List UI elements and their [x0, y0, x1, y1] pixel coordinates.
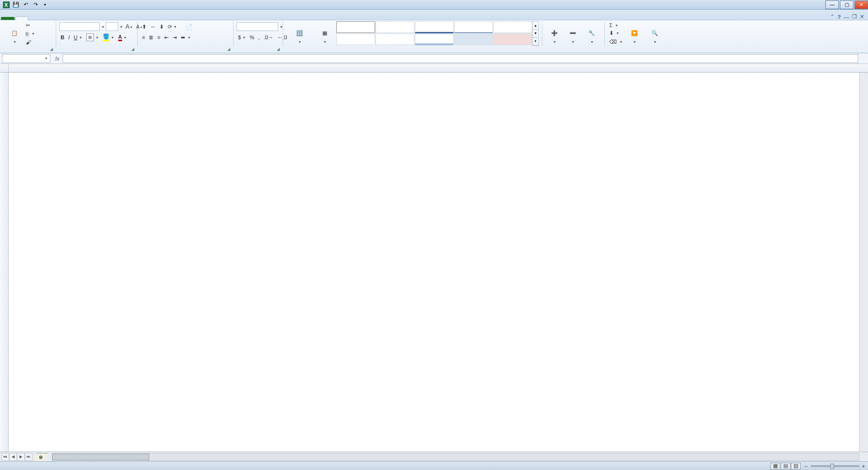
align-left-icon[interactable]: ≡ [141, 34, 146, 41]
currency-button[interactable]: $▼ [237, 34, 247, 41]
font-launcher-icon[interactable]: ◢ [131, 47, 136, 52]
font-color-button[interactable]: A▼ [117, 33, 128, 42]
view-tab[interactable] [86, 17, 98, 20]
copy-button[interactable]: ⎘ ▼ [24, 31, 36, 37]
find-select-button[interactable]: 🔍▼ [645, 21, 665, 49]
clear-button[interactable]: ⌫ ▼ [608, 38, 624, 46]
gallery-up-icon[interactable]: ▲ [533, 22, 538, 30]
align-center-icon[interactable]: ≣ [147, 34, 155, 41]
close-button[interactable]: ✕ [854, 0, 868, 9]
style-warning[interactable] [376, 21, 414, 33]
tab-nav-next-icon[interactable]: ▶ [17, 453, 25, 461]
page-layout-view-icon[interactable]: ▤ [781, 463, 790, 470]
svg-text:X: X [4, 2, 8, 8]
review-tab[interactable] [75, 17, 86, 20]
horizontal-scrollbar[interactable] [52, 453, 859, 461]
minimize-ribbon-icon[interactable]: ⌃ [830, 14, 835, 20]
help-icon[interactable]: ? [837, 14, 841, 20]
save-icon[interactable]: 💾 [12, 1, 20, 9]
number-format-dd-icon[interactable]: ▼ [280, 25, 283, 29]
italic-button[interactable]: I [67, 34, 71, 41]
select-all-button[interactable] [0, 64, 9, 72]
doc-minimize-icon[interactable]: — [844, 14, 849, 20]
number-format-input[interactable] [237, 22, 278, 31]
formulas-tab[interactable] [51, 17, 63, 20]
undo-icon[interactable]: ↶ [21, 1, 30, 9]
file-tab[interactable] [1, 17, 15, 20]
style-heading4[interactable] [336, 33, 375, 45]
increase-decimal-icon[interactable]: .0→ [262, 34, 275, 41]
doc-close-icon[interactable]: ✕ [860, 14, 864, 20]
doc-restore-icon[interactable]: ❐ [852, 14, 857, 20]
merge-center-button[interactable]: ⬌ ▼ [179, 34, 192, 41]
style-output[interactable] [336, 21, 375, 33]
paste-button[interactable]: 📋 ▼ [5, 21, 24, 49]
zoom-in-icon[interactable]: + [862, 463, 865, 469]
align-top-icon[interactable]: ⬆ [141, 23, 148, 31]
indent-dec-icon[interactable]: ⇤ [163, 34, 170, 41]
autosum-button[interactable]: Σ ▼ [608, 22, 624, 29]
gallery-down-icon[interactable]: ▼ [533, 30, 538, 37]
percent-button[interactable]: % [248, 34, 256, 41]
cut-button[interactable]: ✂ [24, 22, 36, 29]
style-heading3[interactable] [493, 21, 532, 33]
style-accent1[interactable] [454, 33, 493, 45]
sort-filter-button[interactable]: 🔽▼ [624, 21, 645, 49]
redo-icon[interactable]: ↷ [31, 1, 40, 9]
delete-cells-button[interactable]: ➖▼ [564, 21, 582, 49]
font-size-dd-icon[interactable]: ▼ [120, 25, 123, 29]
vertical-scrollbar[interactable] [859, 73, 868, 452]
format-cells-button[interactable]: 🔧▼ [582, 21, 601, 49]
style-heading2[interactable] [454, 21, 493, 33]
tab-nav-last-icon[interactable]: ⏭ [25, 453, 32, 461]
name-box[interactable]: ▼ [2, 54, 50, 63]
wrap-text-button[interactable]: 📄 [184, 23, 195, 31]
page-break-view-icon[interactable]: ▧ [791, 463, 801, 470]
fx-icon[interactable]: fx [52, 56, 63, 62]
style-title[interactable] [376, 33, 414, 45]
insert-tab[interactable] [28, 17, 40, 20]
zoom-slider[interactable] [811, 465, 859, 467]
formula-input[interactable] [63, 54, 858, 63]
grow-font-icon[interactable]: A▴ [124, 23, 134, 31]
tab-nav-prev-icon[interactable]: ◀ [9, 453, 17, 461]
align-bottom-icon[interactable]: ⬇ [158, 23, 165, 31]
tab-nav-first-icon[interactable]: ⏮ [1, 453, 9, 461]
data-tab[interactable] [63, 17, 75, 20]
new-sheet-button[interactable]: ⊕ [33, 453, 48, 461]
underline-button[interactable]: U▼ [72, 34, 84, 41]
fill-color-button[interactable]: 🪣▼ [101, 33, 116, 42]
align-right-icon[interactable]: ≡ [156, 34, 161, 41]
orientation-icon[interactable]: ⟳▼ [166, 23, 178, 31]
excel-icon[interactable]: X [2, 1, 11, 9]
minimize-button[interactable]: — [825, 0, 839, 9]
zoom-out-icon[interactable]: − [805, 463, 807, 469]
insert-cells-button[interactable]: ➕▼ [545, 21, 564, 49]
gallery-more-icon[interactable]: ▾ [533, 38, 538, 46]
normal-view-icon[interactable]: ▦ [771, 463, 780, 470]
conditional-formatting-button[interactable]: 🔢▼ [286, 21, 313, 49]
home-tab[interactable] [16, 16, 28, 20]
style-total[interactable] [415, 33, 454, 45]
comma-button[interactable]: , [257, 34, 261, 41]
font-size-input[interactable] [106, 22, 118, 31]
font-name-dd-icon[interactable]: ▼ [101, 25, 105, 29]
bold-button[interactable]: B [59, 34, 66, 41]
format-as-table-button[interactable]: ▦▼ [313, 21, 336, 49]
style-accent2[interactable] [493, 33, 532, 45]
format-painter-button[interactable]: 🖌 [24, 39, 36, 46]
clipboard-launcher-icon[interactable]: ◢ [50, 47, 55, 52]
font-name-input[interactable] [59, 22, 100, 31]
number-launcher-icon[interactable]: ◢ [277, 47, 282, 52]
align-middle-icon[interactable]: ↔ [149, 23, 157, 30]
border-button[interactable]: ⊞▼ [85, 33, 100, 42]
indent-inc-icon[interactable]: ⇥ [171, 34, 178, 41]
style-heading1[interactable] [415, 21, 454, 33]
alignment-launcher-icon[interactable]: ◢ [227, 47, 232, 52]
fill-button[interactable]: ⬇ ▼ [608, 30, 624, 37]
page-layout-tab[interactable] [40, 17, 51, 20]
maximize-button[interactable]: ▢ [840, 0, 853, 9]
qat-menu-icon[interactable]: ▼ [41, 1, 49, 9]
